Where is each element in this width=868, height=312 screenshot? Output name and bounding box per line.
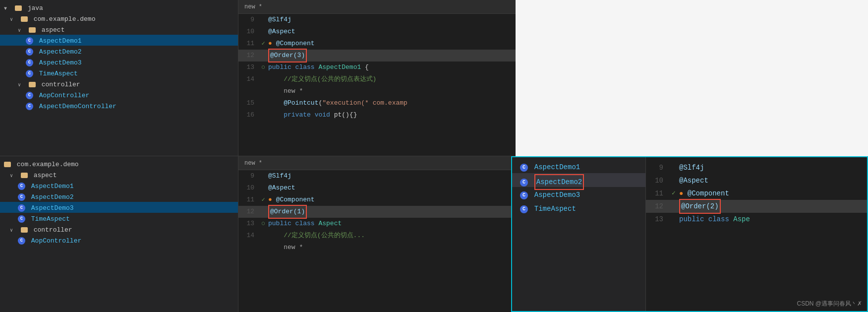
line-content: ● @Component bbox=[268, 194, 315, 206]
tree-item-aspectdemo2[interactable]: C AspectDemo2 bbox=[0, 46, 238, 57]
bottom-code-panel: new * 9 @Slf4j 10 @Aspect 11 ✓ ● @Compon… bbox=[238, 156, 516, 312]
c-icon: C bbox=[18, 237, 25, 245]
aspectdemo1-label: AspectDemo1 bbox=[39, 37, 82, 45]
line-num: 10 bbox=[646, 174, 668, 187]
chevron: ∨ bbox=[10, 171, 16, 182]
line-content: private void pt(){} bbox=[268, 109, 357, 121]
aspectdemo2-b-label: AspectDemo2 bbox=[31, 193, 74, 201]
aspectdemo3-b-label: AspectDemo3 bbox=[31, 204, 74, 212]
right-overlay: C AspectDemo1 C AspectDemo2 C AspectDemo… bbox=[511, 156, 868, 312]
line-num: 12 bbox=[646, 200, 668, 213]
overlay-tree-item-timeaspect[interactable]: C TimeAspect bbox=[512, 201, 645, 215]
chevron: ∨ bbox=[10, 225, 16, 236]
c-icon: C bbox=[18, 183, 25, 190]
tree-item-com-example-demo[interactable]: ∨ com.example.demo bbox=[0, 13, 238, 24]
overlay-tree-item-aspectdemo3[interactable]: C AspectDemo3 bbox=[512, 187, 645, 201]
line-content: //定义切点(公共的切点表达式) bbox=[268, 73, 376, 85]
line-num: 12 bbox=[238, 206, 258, 218]
line-content: @Aspect bbox=[679, 174, 708, 187]
overlay-tree-item-aspectdemo2[interactable]: C AspectDemo2 bbox=[512, 173, 645, 187]
b-code-line-11: 11 ✓ ● @Component bbox=[238, 194, 516, 206]
line-content: new * bbox=[268, 85, 303, 97]
tree-item-aspectdemo1-b[interactable]: C AspectDemo1 bbox=[0, 180, 238, 191]
b-code-line-9: 9 @Slf4j bbox=[238, 170, 516, 182]
c-icon: C bbox=[520, 164, 528, 172]
line-num: 14 bbox=[238, 230, 258, 242]
tree-item-aspectdemo1[interactable]: C AspectDemo1 bbox=[0, 35, 238, 46]
order-redbox-b: @Order(1) bbox=[268, 205, 307, 219]
line-content: ● @Component bbox=[679, 187, 729, 200]
tree-item-java[interactable]: ▼ java bbox=[0, 2, 238, 13]
code-line-12: 12 @Order(3) bbox=[238, 50, 516, 62]
tree-item-timeaspect-b[interactable]: C TimeAspect bbox=[0, 213, 238, 224]
line-content: @Order(2) bbox=[679, 199, 721, 214]
overlay-tree: C AspectDemo1 C AspectDemo2 C AspectDemo… bbox=[512, 157, 646, 311]
line-content: public class Aspect bbox=[268, 218, 342, 230]
bottom-file-tree: com.example.demo ∨ aspect C AspectDemo1 … bbox=[0, 156, 238, 312]
c-icon: C bbox=[18, 204, 25, 212]
tree-item-com-example-demo-b[interactable]: com.example.demo bbox=[0, 158, 238, 169]
c-icon: C bbox=[26, 92, 33, 99]
ov-code-line-9: 9 @Slf4j bbox=[646, 161, 867, 174]
line-num: 11 bbox=[646, 187, 668, 200]
tree-item-controller-folder-b[interactable]: ∨ controller bbox=[0, 224, 238, 235]
overlay-aspectdemo1-label: AspectDemo1 bbox=[534, 163, 580, 171]
tree-item-aopcontroller[interactable]: C AopController bbox=[0, 89, 238, 100]
top-code-header: new * bbox=[238, 0, 516, 14]
aspect-b-label: aspect bbox=[34, 172, 57, 179]
folder-glyph bbox=[21, 16, 28, 22]
gutter-circle: ◯ bbox=[258, 62, 268, 73]
com-example-demo-label: com.example.demo bbox=[34, 15, 96, 23]
line-num: 15 bbox=[238, 97, 258, 109]
tree-item-aspect-folder-b[interactable]: ∨ aspect bbox=[0, 169, 238, 180]
tree-item-timeaspect[interactable]: C TimeAspect bbox=[0, 67, 238, 78]
b-code-line-10: 10 @Aspect bbox=[238, 182, 516, 194]
tree-item-aopcontroller-b[interactable]: C AopController bbox=[0, 235, 238, 246]
code-line-15: 15 @Pointcut("execution(* com.examp bbox=[238, 97, 516, 109]
line-content: @Slf4j bbox=[679, 161, 704, 174]
tree-item-aspectdemo3[interactable]: C AspectDemo3 bbox=[0, 57, 238, 67]
code-line-14: 14 //定义切点(公共的切点表达式) bbox=[238, 73, 516, 85]
b-code-line-13: 13 ◯ public class Aspect bbox=[238, 218, 516, 230]
ov-code-line-13: 13 public class Aspe bbox=[646, 213, 867, 226]
aopcontroller-b-label: AopController bbox=[31, 237, 81, 245]
aspect-label: aspect bbox=[42, 26, 65, 34]
code-line-9: 9 @Slf4j bbox=[238, 14, 516, 26]
line-content: new * bbox=[268, 242, 303, 253]
timeaspect-b-label: TimeAspect bbox=[31, 215, 70, 223]
timeaspect-label: TimeAspect bbox=[39, 70, 78, 77]
b-code-line-new: new * bbox=[238, 242, 516, 253]
top-file-tree: ▼ java ∨ com.example.demo ∨ aspect C Asp… bbox=[0, 0, 238, 156]
line-content: ● @Component bbox=[268, 38, 315, 50]
overlay-tree-item-aspectdemo1[interactable]: C AspectDemo1 bbox=[512, 159, 645, 173]
c-icon: C bbox=[26, 48, 33, 56]
c-icon: C bbox=[520, 205, 528, 213]
order-redbox: @Order(3) bbox=[268, 49, 307, 62]
line-content: @Pointcut("execution(* com.examp bbox=[268, 97, 407, 109]
tree-item-controller-folder[interactable]: ∨ controller bbox=[0, 78, 238, 89]
com-example-demo-b-label: com.example.demo bbox=[17, 161, 79, 168]
overlay-timeaspect-label: TimeAspect bbox=[534, 205, 576, 213]
header-text: new * bbox=[244, 3, 262, 10]
code-line-16: 16 private void pt(){} bbox=[238, 109, 516, 121]
tree-item-aspectdemo2-b[interactable]: C AspectDemo2 bbox=[0, 191, 238, 202]
line-num: 9 bbox=[238, 170, 258, 182]
folder-glyph bbox=[4, 162, 11, 167]
tree-item-aspect-folder[interactable]: ∨ aspect bbox=[0, 24, 238, 35]
tree-item-aspectdemo3-b[interactable]: C AspectDemo3 bbox=[0, 202, 238, 213]
folder-icon: ▼ bbox=[4, 3, 10, 14]
aspectdemo1-b-label: AspectDemo1 bbox=[31, 183, 74, 190]
line-num: 10 bbox=[238, 26, 258, 38]
b-code-line-12: 12 @Order(1) bbox=[238, 206, 516, 218]
aspectdemo2-label: AspectDemo2 bbox=[39, 48, 82, 56]
gutter-check: ✓ bbox=[668, 187, 679, 200]
line-num: 11 bbox=[238, 38, 258, 50]
c-icon: C bbox=[26, 103, 33, 110]
code-line-13: 13 ◯ public class AspectDemo1 { bbox=[238, 62, 516, 73]
b-code-line-14: 14 //定义切点(公共的切点... bbox=[238, 230, 516, 242]
folder-glyph bbox=[29, 82, 36, 87]
c-icon: C bbox=[18, 193, 25, 201]
tree-item-aspectdemocontroller[interactable]: C AspectDemoController bbox=[0, 100, 238, 111]
c-icon: C bbox=[18, 215, 25, 223]
folder-glyph bbox=[15, 5, 22, 11]
